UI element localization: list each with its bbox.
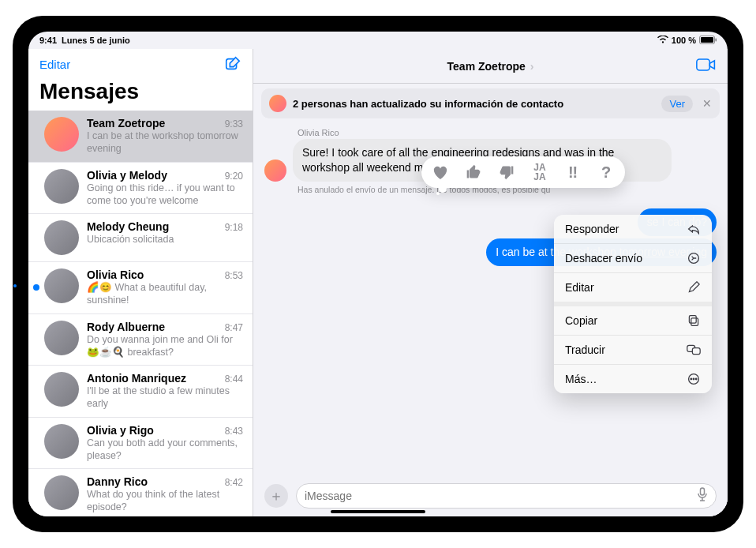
message-input[interactable] <box>305 490 697 502</box>
conversation-item[interactable]: Olivia y Rigo 8:43 Can you both add your… <box>28 418 253 470</box>
context-menu-item[interactable]: Editar <box>554 273 712 306</box>
home-indicator[interactable] <box>331 510 425 513</box>
conversation-avatar <box>44 372 79 407</box>
contact-update-banner: 2 personas han actualizado su informació… <box>261 88 720 118</box>
conversation-avatar <box>44 117 79 152</box>
svg-rect-1 <box>701 37 713 43</box>
conversation-header: Team Zoetrope › <box>253 49 728 84</box>
context-menu-item[interactable]: Deshacer envío <box>554 244 712 273</box>
dictation-icon[interactable] <box>697 487 708 505</box>
conversation-time: 9:20 <box>225 171 243 182</box>
compose-icon[interactable] <box>224 55 241 73</box>
message-context-menu: ResponderDeshacer envíoEditarCopiarTradu… <box>554 215 712 393</box>
reply-icon <box>687 223 701 235</box>
conversation-preview: Can you both add your comments, please? <box>87 437 243 463</box>
conversation-time: 9:33 <box>225 118 243 129</box>
unread-dot <box>33 284 39 291</box>
conversation-name: Olivia y Rigo <box>87 424 154 437</box>
conversation-preview: Ubicación solicitada <box>87 233 243 246</box>
conversation-name: Team Zoetrope <box>87 117 165 129</box>
battery-text: 100 % <box>672 36 696 45</box>
tapback-picker: JAJA‼? <box>421 156 625 188</box>
conversation-preview: Going on this ride… if you want to come … <box>87 182 243 208</box>
message-list[interactable]: Olivia Rico Sure! I took care of all the… <box>253 123 728 477</box>
conversation-item[interactable]: Antonio Manriquez 8:44 I'll be at the st… <box>28 366 253 418</box>
conversation-title-text: Team Zoetrope <box>447 60 526 73</box>
banner-view-button[interactable]: Ver <box>661 96 693 112</box>
conversation-preview: I'll be at the studio a few minutes earl… <box>87 385 243 411</box>
conversation-avatar <box>44 321 79 355</box>
conversation-avatar <box>44 424 79 459</box>
translate-icon <box>687 344 701 355</box>
conversation-preview: What do you think of the latest episode? <box>87 488 243 514</box>
tapback-option[interactable] <box>429 161 451 183</box>
tapback-option[interactable]: ‼ <box>562 161 584 183</box>
svg-rect-9 <box>692 348 700 355</box>
conversation-name: Olivia y Melody <box>87 169 167 182</box>
conversation-avatar <box>44 268 79 303</box>
svg-rect-7 <box>689 316 696 324</box>
svg-rect-2 <box>716 38 717 41</box>
context-menu-item[interactable]: Copiar <box>554 306 712 336</box>
conversation-item[interactable]: Team Zoetrope 9:33 I can be at the works… <box>28 111 253 163</box>
conversation-list[interactable]: Team Zoetrope 9:33 I can be at the works… <box>28 111 253 516</box>
conversation-item[interactable]: Olivia y Melody 9:20 Going on this ride…… <box>28 163 253 215</box>
conversation-time: 8:47 <box>225 322 243 333</box>
banner-avatar <box>269 95 286 112</box>
sidebar-title: Mensajes <box>28 76 253 111</box>
svg-rect-6 <box>691 318 698 326</box>
conversation-name: Rody Albuerne <box>87 321 165 333</box>
conversation-name: Olivia Rico <box>87 268 144 281</box>
context-menu-item[interactable]: Responder <box>554 215 712 244</box>
chevron-right-icon: › <box>527 60 534 73</box>
compose-bar: ＋ <box>253 477 728 516</box>
side-indicator <box>13 284 17 287</box>
battery-icon <box>699 36 717 46</box>
menu-label: Responder <box>565 223 619 235</box>
screen: 9:41 Lunes 5 de junio 100 % Editar <box>28 32 728 516</box>
menu-label: Traducir <box>565 343 605 356</box>
tapback-option[interactable]: ? <box>595 161 617 183</box>
conversation-time: 8:44 <box>225 373 243 385</box>
context-menu-item[interactable]: Más… <box>554 365 712 393</box>
conversation-time: 8:42 <box>225 477 243 488</box>
menu-label: Editar <box>565 281 594 294</box>
menu-label: Deshacer envío <box>565 252 642 265</box>
undo-icon <box>687 252 701 265</box>
conversation-preview: I can be at the workshop tomorrow evenin… <box>87 129 243 156</box>
conversation-item[interactable]: Melody Cheung 9:18 Ubicación solicitada <box>28 214 253 262</box>
conversation-avatar <box>44 220 79 255</box>
tapback-option[interactable] <box>496 161 518 183</box>
attach-button[interactable]: ＋ <box>264 484 288 508</box>
banner-close-icon[interactable]: ✕ <box>702 97 712 110</box>
conversation-preview: Do you wanna join me and Oli for 🐸☕🍳 bre… <box>87 333 243 359</box>
copy-icon <box>687 314 701 327</box>
svg-rect-4 <box>697 59 709 70</box>
conversation-item[interactable]: Olivia Rico 8:53 🌈😊 What a beautiful day… <box>28 262 253 314</box>
svg-point-11 <box>691 378 692 380</box>
ipad-frame: 9:41 Lunes 5 de junio 100 % Editar <box>13 16 743 532</box>
tapback-option[interactable] <box>462 161 485 183</box>
tapback-option[interactable]: JAJA <box>529 161 551 183</box>
edit-button[interactable]: Editar <box>39 58 70 71</box>
conversation-item[interactable]: Rody Albuerne 8:47 Do you wanna join me … <box>28 314 253 366</box>
conversation-name: Melody Cheung <box>87 220 169 233</box>
conversation-sidebar: Editar Mensajes Team Zoetrope 9:33 I can… <box>28 49 253 516</box>
context-menu-item[interactable]: Traducir <box>554 336 712 365</box>
message-input-wrapper[interactable] <box>296 483 717 509</box>
status-time: 9:41 <box>39 36 57 45</box>
conversation-item[interactable]: Danny Rico 8:42 What do you think of the… <box>28 469 253 516</box>
svg-point-12 <box>693 378 694 380</box>
banner-text: 2 personas han actualizado su informació… <box>293 98 655 110</box>
facetime-button[interactable] <box>696 57 717 76</box>
status-date: Lunes 5 de junio <box>62 36 130 45</box>
conversation-title[interactable]: Team Zoetrope › <box>447 60 534 73</box>
more-icon <box>687 373 701 385</box>
conversation-preview: 🌈😊 What a beautiful day, sunshine! <box>87 281 243 307</box>
svg-rect-14 <box>701 488 705 495</box>
sender-avatar[interactable] <box>264 160 286 182</box>
menu-label: Copiar <box>565 314 597 327</box>
pencil-icon <box>687 281 701 294</box>
wifi-icon <box>657 36 668 45</box>
conversation-time: 8:43 <box>225 426 243 437</box>
